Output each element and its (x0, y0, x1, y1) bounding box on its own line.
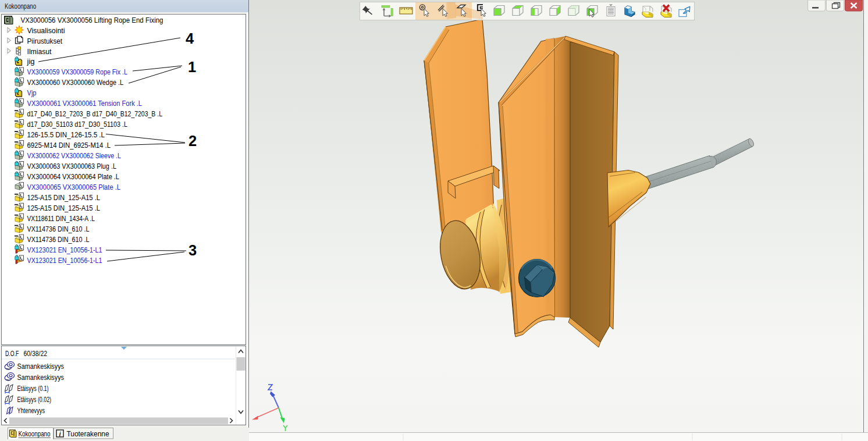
svg-text:VX3000063 VX3000063 Plug .L: VX3000063 VX3000063 Plug .L (27, 162, 117, 170)
svg-text:126-15.5 DIN_126-15.5 .L: 126-15.5 DIN_126-15.5 .L (27, 130, 105, 139)
svg-text:Kokoonpano: Kokoonpano (19, 429, 51, 438)
svg-text:Samankeskisyys: Samankeskisyys (17, 362, 65, 371)
svg-text:VX3000064 VX3000064 Plate .L: VX3000064 VX3000064 Plate .L (27, 172, 120, 181)
svg-text:125-A15 DIN_125-A15 .L: 125-A15 DIN_125-A15 .L (27, 193, 101, 202)
svg-text:Piirustukset: Piirustukset (27, 37, 63, 45)
svg-text:Tuoterakenne: Tuoterakenne (67, 429, 109, 438)
svg-text:Visualisointi: Visualisointi (27, 26, 65, 35)
svg-text:Etäisyys (0.02): Etäisyys (0.02) (17, 395, 52, 404)
svg-text:Vjp: Vjp (27, 88, 37, 97)
svg-text:Yhtenevyys: Yhtenevyys (17, 406, 45, 415)
svg-text:6925-M14 DIN_6925-M14 .L: 6925-M14 DIN_6925-M14 .L (27, 141, 111, 150)
svg-text:60/38/22: 60/38/22 (24, 349, 48, 358)
svg-text:d17_D30_51103 d17_D30_51103 .L: d17_D30_51103 d17_D30_51103 .L (27, 120, 128, 129)
svg-text:Ilmiasut: Ilmiasut (27, 47, 52, 56)
svg-text:VX123021 EN_10056-1-L1: VX123021 EN_10056-1-L1 (27, 246, 102, 254)
svg-text:4: 4 (186, 30, 194, 47)
svg-text:Kokoonpano: Kokoonpano (5, 2, 36, 10)
svg-text:125-A15 DIN_125-A15 .L: 125-A15 DIN_125-A15 .L (27, 204, 101, 212)
svg-text:2: 2 (188, 133, 197, 149)
svg-text:VX3000061 VX3000061 Tension Fo: VX3000061 VX3000061 Tension Fork .L (27, 99, 143, 108)
svg-text:d17_D40_B12_7203_B d17_D40_B12: d17_D40_B12_7203_B d17_D40_B12_7203_B .L (27, 109, 163, 118)
svg-text:1: 1 (188, 59, 196, 75)
svg-text:Etäisyys (0.1): Etäisyys (0.1) (17, 384, 49, 393)
svg-text:Samankeskisyys: Samankeskisyys (17, 373, 65, 382)
svg-text:VX123021 EN_10056-1-L1: VX123021 EN_10056-1-L1 (27, 256, 102, 265)
svg-text:VX3000060 VX3000060 Wedge .L: VX3000060 VX3000060 Wedge .L (27, 78, 124, 87)
svg-text:VX3000059 VX3000059 Rope Fix .: VX3000059 VX3000059 Rope Fix .L (27, 67, 128, 76)
svg-text:D.O.F: D.O.F (5, 349, 19, 358)
svg-text:VX118611 DIN_1434-A .L: VX118611 DIN_1434-A .L (27, 214, 95, 223)
svg-text:jig: jig (27, 57, 35, 66)
svg-text:VX3000056 VX3000056 Lifting Ro: VX3000056 VX3000056 Lifting Rope End Fix… (21, 16, 163, 24)
svg-text:VX3000065 VX3000065 Plate .L: VX3000065 VX3000065 Plate .L (27, 183, 121, 191)
svg-text:VX114736 DIN_610 .L: VX114736 DIN_610 .L (27, 235, 90, 244)
svg-text:VX3000062 VX3000062 Sleeve .L: VX3000062 VX3000062 Sleeve .L (27, 151, 122, 160)
svg-text:VX114736 DIN_610 .L: VX114736 DIN_610 .L (27, 225, 90, 233)
svg-text:3: 3 (188, 242, 197, 258)
